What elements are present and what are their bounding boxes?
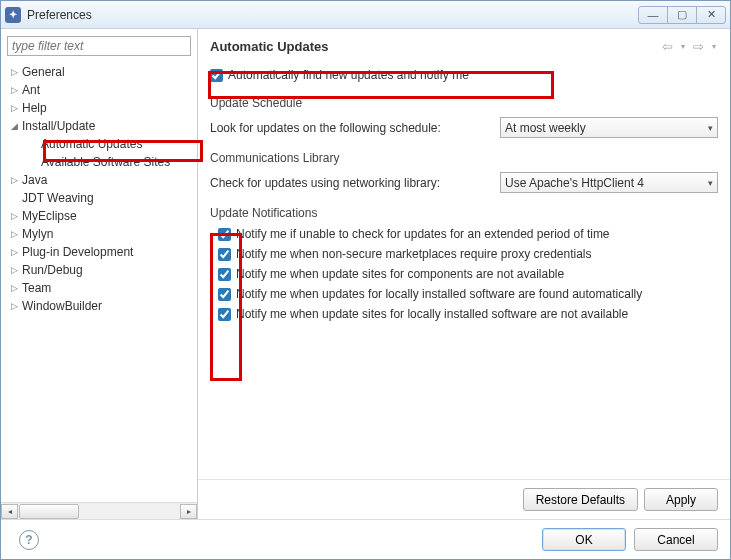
sidebar-item-label: Automatic Updates — [41, 137, 142, 151]
sidebar-item-label: Ant — [22, 83, 40, 97]
sidebar-item-team[interactable]: ▷Team — [1, 279, 197, 297]
sidebar-item-automatic-updates[interactable]: Automatic Updates — [1, 135, 197, 153]
sidebar-item-label: Mylyn — [22, 227, 53, 241]
title-bar: ✦ Preferences — ▢ ✕ — [1, 1, 730, 29]
dropdown-arrow-icon[interactable]: ▾ — [679, 42, 687, 51]
sidebar-item-label: General — [22, 65, 65, 79]
filter-input[interactable] — [7, 36, 191, 56]
scroll-left-button[interactable]: ◂ — [1, 504, 18, 519]
schedule-dropdown[interactable]: At most weekly ▾ — [500, 117, 718, 138]
sidebar-item-windowbuilder[interactable]: ▷WindowBuilder — [1, 297, 197, 315]
chevron-right-icon: ▷ — [11, 211, 22, 221]
ok-button[interactable]: OK — [542, 528, 626, 551]
dropdown-value: Use Apache's HttpClient 4 — [505, 176, 644, 190]
chevron-right-icon: ▷ — [11, 85, 22, 95]
sidebar-item-ant[interactable]: ▷Ant — [1, 81, 197, 99]
chevron-down-icon: ▾ — [708, 123, 713, 133]
comm-group-title: Communications Library — [210, 151, 718, 165]
sidebar-item-label: Available Software Sites — [41, 155, 170, 169]
chevron-right-icon: ▷ — [11, 103, 22, 113]
chevron-right-icon: ▷ — [11, 283, 22, 293]
sidebar-item-label: Plug-in Development — [22, 245, 133, 259]
schedule-group-title: Update Schedule — [210, 96, 718, 110]
close-button[interactable]: ✕ — [696, 6, 726, 24]
notif-label: Notify me if unable to check for updates… — [236, 227, 610, 241]
apply-button[interactable]: Apply — [644, 488, 718, 511]
chevron-right-icon: ▷ — [11, 301, 22, 311]
notif-group-title: Update Notifications — [210, 206, 718, 220]
app-icon: ✦ — [5, 7, 21, 23]
preference-tree: ▷General ▷Ant ▷Help ◢Install/Update Auto… — [1, 61, 197, 502]
sidebar-item-label: JDT Weaving — [22, 191, 94, 205]
sidebar-item-plugin-development[interactable]: ▷Plug-in Development — [1, 243, 197, 261]
chevron-right-icon: ▷ — [11, 67, 22, 77]
notif-label: Notify me when update sites for componen… — [236, 267, 564, 281]
restore-defaults-button[interactable]: Restore Defaults — [523, 488, 638, 511]
notif-label: Notify me when non-secure marketplaces r… — [236, 247, 592, 261]
cancel-button[interactable]: Cancel — [634, 528, 718, 551]
sidebar-item-jdt-weaving[interactable]: JDT Weaving — [1, 189, 197, 207]
auto-find-label: Automatically find new updates and notif… — [228, 68, 469, 82]
notif-checkbox-0[interactable] — [218, 228, 231, 241]
dropdown-arrow-icon[interactable]: ▾ — [710, 42, 718, 51]
chevron-down-icon: ◢ — [11, 121, 22, 131]
notif-checkbox-2[interactable] — [218, 268, 231, 281]
chevron-right-icon: ▷ — [11, 247, 22, 257]
notif-checkbox-3[interactable] — [218, 288, 231, 301]
chevron-down-icon: ▾ — [708, 178, 713, 188]
sidebar-item-java[interactable]: ▷Java — [1, 171, 197, 189]
sidebar-item-available-software-sites[interactable]: Available Software Sites — [1, 153, 197, 171]
nav-back-icon[interactable]: ⇦ — [660, 39, 675, 54]
notif-checkbox-1[interactable] — [218, 248, 231, 261]
chevron-right-icon: ▷ — [11, 265, 22, 275]
sidebar-item-help[interactable]: ▷Help — [1, 99, 197, 117]
sidebar-item-label: MyEclipse — [22, 209, 77, 223]
notif-label: Notify me when updates for locally insta… — [236, 287, 642, 301]
sidebar-item-label: Help — [22, 101, 47, 115]
sidebar-item-label: Run/Debug — [22, 263, 83, 277]
comm-label: Check for updates using networking libra… — [210, 176, 500, 190]
nav-forward-icon[interactable]: ⇨ — [691, 39, 706, 54]
minimize-button[interactable]: — — [638, 6, 668, 24]
sidebar-item-general[interactable]: ▷General — [1, 63, 197, 81]
sidebar-item-label: Team — [22, 281, 51, 295]
comm-dropdown[interactable]: Use Apache's HttpClient 4 ▾ — [500, 172, 718, 193]
maximize-button[interactable]: ▢ — [667, 6, 697, 24]
auto-find-checkbox[interactable] — [210, 69, 223, 82]
chevron-right-icon: ▷ — [11, 229, 22, 239]
sidebar-item-label: Install/Update — [22, 119, 95, 133]
horizontal-scrollbar[interactable]: ◂ ▸ — [1, 502, 197, 519]
scroll-thumb[interactable] — [19, 504, 79, 519]
sidebar: ▷General ▷Ant ▷Help ◢Install/Update Auto… — [1, 29, 198, 519]
page-title: Automatic Updates — [210, 39, 660, 54]
sidebar-item-label: Java — [22, 173, 47, 187]
sidebar-item-myeclipse[interactable]: ▷MyEclipse — [1, 207, 197, 225]
sidebar-item-label: WindowBuilder — [22, 299, 102, 313]
sidebar-item-run-debug[interactable]: ▷Run/Debug — [1, 261, 197, 279]
notif-label: Notify me when update sites for locally … — [236, 307, 628, 321]
schedule-label: Look for updates on the following schedu… — [210, 121, 500, 135]
dropdown-value: At most weekly — [505, 121, 586, 135]
help-icon[interactable]: ? — [19, 530, 39, 550]
scroll-right-button[interactable]: ▸ — [180, 504, 197, 519]
sidebar-item-install-update[interactable]: ◢Install/Update — [1, 117, 197, 135]
chevron-right-icon: ▷ — [11, 175, 22, 185]
notif-checkbox-4[interactable] — [218, 308, 231, 321]
window-title: Preferences — [27, 8, 639, 22]
sidebar-item-mylyn[interactable]: ▷Mylyn — [1, 225, 197, 243]
